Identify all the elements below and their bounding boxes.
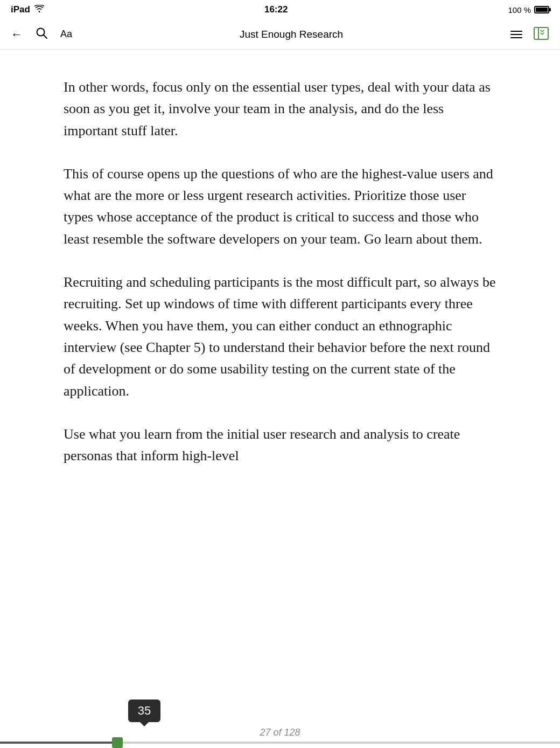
progress-fill bbox=[0, 742, 117, 744]
paragraph-2: This of course opens up the questions of… bbox=[64, 163, 496, 250]
svg-line-1 bbox=[44, 35, 47, 38]
battery-icon bbox=[534, 6, 549, 13]
paragraph-3: Recruiting and scheduling participants i… bbox=[64, 272, 496, 402]
bookmarks-button[interactable] bbox=[533, 26, 549, 43]
nav-right-controls bbox=[510, 26, 549, 43]
font-button[interactable]: Aa bbox=[60, 29, 72, 40]
status-time: 16:22 bbox=[264, 4, 288, 15]
progress-bar[interactable] bbox=[0, 742, 560, 744]
progress-thumb[interactable] bbox=[112, 737, 123, 748]
book-title: Just Enough Research bbox=[240, 29, 343, 40]
back-button[interactable]: ← bbox=[11, 27, 23, 41]
status-bar: iPad 16:22 100 % bbox=[0, 0, 560, 19]
bottom-bar: 35 27 of 128 bbox=[0, 705, 560, 748]
search-button[interactable] bbox=[36, 27, 47, 42]
status-right: 100 % bbox=[508, 5, 549, 15]
status-left: iPad bbox=[11, 4, 44, 15]
content-area: In other words, focus only on the essent… bbox=[0, 50, 560, 705]
menu-button[interactable] bbox=[510, 31, 522, 38]
nav-bar: ← Aa Just Enough Research bbox=[0, 19, 560, 50]
page-tooltip: 35 bbox=[128, 699, 160, 722]
device-label: iPad bbox=[11, 4, 30, 15]
wifi-icon bbox=[34, 4, 44, 15]
paragraph-1: In other words, focus only on the essent… bbox=[64, 77, 496, 142]
paragraph-4: Use what you learn from the initial user… bbox=[64, 424, 496, 467]
nav-left-controls: ← Aa bbox=[11, 27, 72, 42]
battery-percent-label: 100 % bbox=[508, 5, 531, 15]
page-info: 27 of 128 bbox=[260, 727, 300, 738]
